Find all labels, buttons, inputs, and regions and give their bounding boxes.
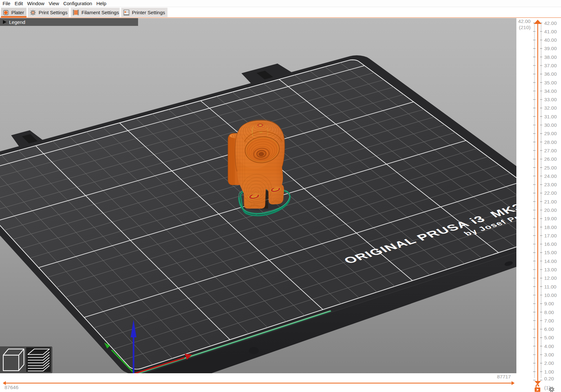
svg-text:1.00: 1.00: [544, 369, 554, 375]
svg-text:42.00: 42.00: [518, 18, 531, 24]
svg-text:3.00: 3.00: [544, 352, 554, 357]
svg-text:(1): (1): [544, 385, 550, 390]
svg-text:25.00: 25.00: [544, 165, 557, 170]
svg-text:15.00: 15.00: [544, 250, 557, 255]
svg-text:32.00: 32.00: [544, 105, 557, 111]
svg-text:14.00: 14.00: [544, 258, 557, 264]
svg-text:13.00: 13.00: [544, 267, 557, 272]
svg-text:21.00: 21.00: [544, 199, 557, 204]
svg-text:42.00: 42.00: [544, 20, 557, 26]
svg-text:24.00: 24.00: [544, 173, 557, 179]
svg-text:8.00: 8.00: [544, 310, 554, 315]
svg-text:87646: 87646: [5, 385, 18, 390]
svg-text:30.00: 30.00: [544, 122, 557, 128]
svg-text:10.00: 10.00: [544, 292, 557, 298]
svg-text:36.00: 36.00: [544, 71, 557, 77]
svg-text:41.00: 41.00: [544, 29, 557, 34]
svg-text:27.00: 27.00: [544, 148, 557, 153]
svg-text:19.00: 19.00: [544, 216, 557, 221]
svg-text:12.00: 12.00: [544, 275, 557, 281]
svg-text:22.00: 22.00: [544, 190, 557, 196]
svg-text:2.00: 2.00: [544, 360, 554, 366]
svg-text:11.00: 11.00: [544, 284, 556, 289]
svg-text:16.00: 16.00: [544, 241, 557, 247]
svg-text:31.00: 31.00: [544, 114, 557, 119]
svg-text:39.00: 39.00: [544, 46, 557, 51]
svg-text:0.20: 0.20: [544, 376, 554, 381]
svg-text:35.00: 35.00: [544, 80, 557, 85]
svg-text:23.00: 23.00: [544, 182, 557, 187]
svg-text:7.00: 7.00: [544, 318, 554, 323]
svg-text:(210): (210): [519, 25, 531, 30]
svg-text:34.00: 34.00: [544, 88, 557, 94]
svg-text:6.00: 6.00: [544, 326, 554, 332]
svg-text:38.00: 38.00: [544, 54, 557, 60]
svg-text:26.00: 26.00: [544, 156, 557, 162]
svg-text:28.00: 28.00: [544, 139, 557, 145]
svg-text:87717: 87717: [497, 374, 511, 379]
svg-text:9.00: 9.00: [544, 301, 554, 306]
svg-text:18.00: 18.00: [544, 224, 557, 230]
svg-text:29.00: 29.00: [544, 131, 557, 136]
svg-text:5.00: 5.00: [544, 335, 554, 340]
svg-text:40.00: 40.00: [544, 37, 557, 43]
svg-text:33.00: 33.00: [544, 97, 557, 102]
svg-text:17.00: 17.00: [544, 233, 557, 238]
svg-text:20.00: 20.00: [544, 207, 557, 213]
svg-text:4.00: 4.00: [544, 343, 554, 349]
svg-text:37.00: 37.00: [544, 63, 557, 68]
